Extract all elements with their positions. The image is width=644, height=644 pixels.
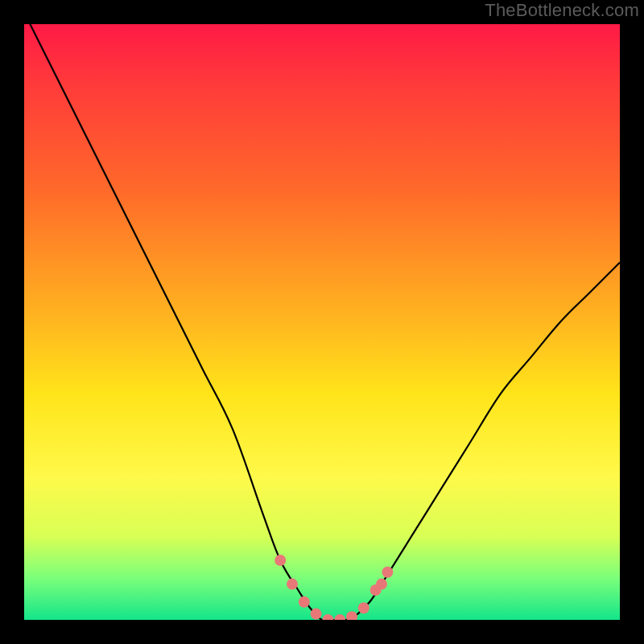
curve-marker — [334, 614, 345, 620]
curve-marker — [322, 614, 333, 620]
chart-plot-area — [24, 24, 620, 620]
curve-marker — [287, 579, 298, 590]
curve-marker — [376, 579, 387, 590]
chart-frame: TheBottleneck.com — [0, 0, 644, 644]
curve-markers — [275, 555, 393, 620]
curve-marker — [346, 611, 357, 620]
chart-svg — [24, 24, 620, 620]
curve-marker — [382, 567, 393, 578]
watermark-text: TheBottleneck.com — [485, 0, 639, 21]
curve-marker — [311, 609, 322, 620]
curve-marker — [358, 602, 369, 613]
curve-marker — [275, 555, 286, 566]
bottleneck-curve — [24, 24, 620, 620]
curve-marker — [299, 597, 310, 608]
